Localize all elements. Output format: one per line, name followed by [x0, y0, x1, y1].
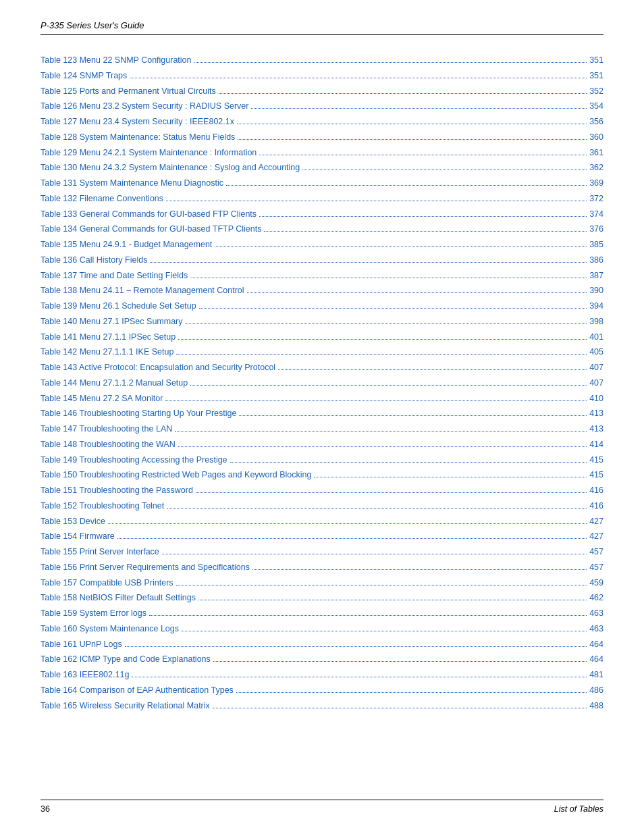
toc-item: Table 156 Print Server Requirements and … — [41, 561, 603, 574]
toc-dots — [302, 170, 587, 170]
toc-item: Table 138 Menu 24.11 – Remote Management… — [41, 284, 603, 297]
toc-link[interactable]: Table 141 Menu 27.1.1 IPSec Setup — [41, 331, 176, 344]
toc-link[interactable]: Table 146 Troubleshooting Starting Up Yo… — [41, 407, 236, 420]
toc-item: Table 147 Troubleshooting the LAN413 — [41, 423, 603, 436]
toc-link[interactable]: Table 144 Menu 27.1.1.2 Manual Setup — [41, 377, 188, 390]
toc-link[interactable]: Table 165 Wireless Security Relational M… — [41, 700, 210, 712]
toc-link[interactable]: Table 129 Menu 24.2.1 System Maintenance… — [41, 147, 257, 159]
toc-dots — [165, 400, 587, 401]
toc-link[interactable]: Table 161 UPnP Logs — [41, 638, 122, 651]
toc-link[interactable]: Table 125 Ports and Permanent Virtual Ci… — [41, 85, 216, 98]
toc-dots — [182, 631, 587, 631]
toc-link[interactable]: Table 142 Menu 27.1.1.1 IKE Setup — [41, 346, 173, 359]
toc-dots — [117, 538, 587, 539]
toc-item: Table 145 Menu 27.2 SA Monitor410 — [41, 392, 603, 405]
toc-link[interactable]: Table 123 Menu 22 SNMP Configuration — [41, 54, 192, 67]
toc-dots — [247, 292, 587, 293]
toc-item: Table 133 General Commands for GUI-based… — [41, 208, 603, 221]
toc-page-number: 356 — [589, 115, 603, 128]
toc-link[interactable]: Table 127 Menu 23.4 System Security : IE… — [41, 115, 234, 128]
toc-page-number: 407 — [589, 361, 603, 374]
toc-item: Table 150 Troubleshooting Restricted Web… — [41, 469, 603, 481]
toc-dots — [219, 93, 587, 94]
toc-item: Table 159 System Error logs463 — [41, 607, 603, 620]
toc-item: Table 157 Compatible USB Printers459 — [41, 577, 603, 590]
toc-link[interactable]: Table 126 Menu 23.2 System Security : RA… — [41, 100, 248, 113]
toc-list: Table 123 Menu 22 SNMP Configuration351T… — [41, 54, 603, 712]
toc-link[interactable]: Table 156 Print Server Requirements and … — [41, 561, 250, 574]
toc-page-number: 488 — [589, 700, 603, 712]
toc-item: Table 137 Time and Date Setting Fields38… — [41, 269, 603, 282]
toc-item: Table 149 Troubleshooting Accessing the … — [41, 454, 603, 467]
toc-link[interactable]: Table 159 System Error logs — [41, 607, 146, 620]
toc-link[interactable]: Table 152 Troubleshooting Telnet — [41, 500, 164, 513]
toc-dots — [237, 124, 587, 124]
toc-item: Table 123 Menu 22 SNMP Configuration351 — [41, 54, 603, 67]
toc-link[interactable]: Table 131 System Maintenance Menu Diagno… — [41, 177, 223, 190]
toc-link[interactable]: Table 140 Menu 27.1 IPSec Summary — [41, 315, 183, 328]
toc-item: Table 160 System Maintenance Logs463 — [41, 623, 603, 635]
toc-link[interactable]: Table 157 Compatible USB Printers — [41, 577, 173, 590]
toc-dots — [259, 216, 587, 217]
toc-link[interactable]: Table 145 Menu 27.2 SA Monitor — [41, 392, 163, 405]
toc-link[interactable]: Table 134 General Commands for GUI-based… — [41, 223, 261, 236]
toc-link[interactable]: Table 138 Menu 24.11 – Remote Management… — [41, 284, 244, 297]
toc-page-number: 481 — [589, 669, 603, 681]
toc-item: Table 165 Wireless Security Relational M… — [41, 700, 603, 712]
toc-item: Table 154 Firmware427 — [41, 530, 603, 543]
toc-item: Table 127 Menu 23.4 System Security : IE… — [41, 115, 603, 128]
toc-link[interactable]: Table 158 NetBIOS Filter Default Setting… — [41, 592, 196, 604]
toc-item: Table 135 Menu 24.9.1 - Budget Managemen… — [41, 238, 603, 251]
toc-dots — [167, 508, 587, 509]
toc-link[interactable]: Table 163 IEEE802.11g — [41, 669, 129, 681]
toc-page-number: 413 — [589, 423, 603, 436]
toc-item: Table 163 IEEE802.11g481 — [41, 669, 603, 681]
toc-page-number: 464 — [589, 653, 603, 666]
toc-link[interactable]: Table 147 Troubleshooting the LAN — [41, 423, 172, 436]
toc-item: Table 140 Menu 27.1 IPSec Summary398 — [41, 315, 603, 328]
toc-link[interactable]: Table 143 Active Protocol: Encapsulation… — [41, 361, 275, 374]
toc-link[interactable]: Table 139 Menu 26.1 Schedule Set Setup — [41, 300, 196, 313]
toc-link[interactable]: Table 149 Troubleshooting Accessing the … — [41, 454, 227, 467]
toc-item: Table 153 Device427 — [41, 515, 603, 528]
toc-page-number: 416 — [589, 484, 603, 497]
toc-link[interactable]: Table 150 Troubleshooting Restricted Web… — [41, 469, 311, 481]
toc-page-number: 407 — [589, 377, 603, 390]
toc-page-number: 427 — [589, 530, 603, 543]
toc-page-number: 394 — [589, 300, 603, 313]
toc-page-number: 401 — [589, 331, 603, 344]
toc-page-number: 463 — [589, 607, 603, 620]
toc-item: Table 151 Troubleshooting the Password41… — [41, 484, 603, 497]
toc-link[interactable]: Table 162 ICMP Type and Code Explanation… — [41, 653, 211, 666]
toc-item: Table 132 Filename Conventions372 — [41, 192, 603, 205]
toc-link[interactable]: Table 155 Print Server Interface — [41, 546, 159, 558]
toc-page-number: 457 — [589, 546, 603, 558]
toc-link[interactable]: Table 124 SNMP Traps — [41, 70, 127, 82]
toc-dots — [176, 354, 587, 355]
toc-dots — [198, 600, 587, 600]
toc-page-number: 413 — [589, 407, 603, 420]
toc-link[interactable]: Table 148 Troubleshooting the WAN — [41, 438, 176, 451]
toc-link[interactable]: Table 160 System Maintenance Logs — [41, 623, 179, 635]
toc-link[interactable]: Table 135 Menu 24.9.1 - Budget Managemen… — [41, 238, 212, 251]
toc-dots — [213, 661, 587, 662]
toc-link[interactable]: Table 164 Comparison of EAP Authenticati… — [41, 684, 234, 697]
toc-link[interactable]: Table 151 Troubleshooting the Password — [41, 484, 193, 497]
toc-link[interactable]: Table 130 Menu 24.3.2 System Maintenance… — [41, 161, 300, 174]
toc-link[interactable]: Table 154 Firmware — [41, 530, 115, 543]
toc-dots — [264, 231, 587, 232]
toc-item: Table 126 Menu 23.2 System Security : RA… — [41, 100, 603, 113]
toc-page-number: 376 — [589, 223, 603, 236]
toc-page-number: 385 — [589, 238, 603, 251]
toc-item: Table 146 Troubleshooting Starting Up Yo… — [41, 407, 603, 420]
toc-link[interactable]: Table 128 System Maintenance: Status Men… — [41, 131, 235, 144]
toc-link[interactable]: Table 136 Call History Fields — [41, 254, 147, 267]
toc-link[interactable]: Table 153 Device — [41, 515, 105, 528]
toc-link[interactable]: Table 133 General Commands for GUI-based… — [41, 208, 257, 221]
header-title: P-335 Series User's Guide — [41, 20, 144, 30]
toc-page-number: 390 — [589, 284, 603, 297]
toc-link[interactable]: Table 137 Time and Date Setting Fields — [41, 269, 188, 282]
toc-link[interactable]: Table 132 Filename Conventions — [41, 192, 163, 205]
toc-dots — [176, 585, 587, 585]
toc-dots — [215, 246, 587, 247]
